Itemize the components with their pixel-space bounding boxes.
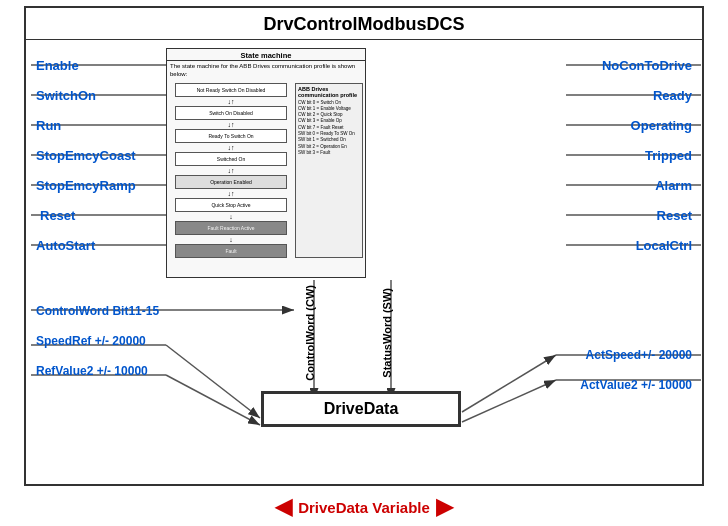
left-label-refvalue2: RefValue2 +/- 10000 bbox=[36, 356, 159, 386]
bottom-variable-label: DriveData Variable bbox=[298, 499, 430, 516]
state-machine-title: State machine bbox=[167, 49, 365, 61]
title-bar: DrvControlModbusDCS bbox=[26, 8, 702, 40]
right-label-operating: Operating bbox=[602, 110, 692, 140]
right-label-reset: Reset bbox=[602, 200, 692, 230]
right-label-ready: Ready bbox=[602, 80, 692, 110]
svg-line-18 bbox=[166, 375, 260, 425]
controlword-label: ControlWord (CW) bbox=[304, 285, 316, 381]
svg-line-19 bbox=[462, 355, 556, 412]
title: DrvControlModbusDCS bbox=[264, 14, 465, 34]
right-label-nocontodrive: NoConToDrive bbox=[602, 50, 692, 80]
left-label-switchon: SwitchOn bbox=[36, 80, 136, 110]
drivedata-box: DriveData bbox=[261, 391, 461, 427]
left-label-stopemcyramp: StopEmcyRamp bbox=[36, 170, 136, 200]
right-label-localctrl: LocalCtrl bbox=[602, 230, 692, 260]
sm-right-title: ABB Drives communication profile bbox=[298, 86, 360, 98]
left-label-run: Run bbox=[36, 110, 136, 140]
left-label-autostart: AutoStart bbox=[36, 230, 136, 260]
right-label-tripped: Tripped bbox=[602, 140, 692, 170]
right-label-actspeed: ActSpeed+/- 20000 bbox=[580, 340, 692, 370]
left-label-stopemcycoast: StopEmcyCoast bbox=[36, 140, 136, 170]
statusword-label: StatusWord (SW) bbox=[381, 288, 393, 378]
bottom-variable-container: ◀ DriveData Variable ▶ bbox=[275, 494, 453, 520]
right-arrow-icon: ▶ bbox=[436, 494, 453, 520]
state-machine-subtitle: The state machine for the ABB Drives com… bbox=[167, 61, 365, 81]
left-arrow-icon: ◀ bbox=[275, 494, 292, 520]
right-label-actvalue2: ActValue2 +/- 10000 bbox=[580, 370, 692, 400]
content-area: Enable SwitchOn Run StopEmcyCoast StopEm… bbox=[26, 40, 702, 482]
main-container: DrvControlModbusDCS bbox=[24, 6, 704, 486]
drivedata-label: DriveData bbox=[324, 400, 399, 418]
left-label-speedref: SpeedRef +/- 20000 bbox=[36, 326, 159, 356]
svg-line-17 bbox=[166, 345, 260, 418]
left-label-enable: Enable bbox=[36, 50, 136, 80]
svg-line-20 bbox=[462, 380, 556, 422]
right-label-alarm: Alarm bbox=[602, 170, 692, 200]
state-machine-diagram: State machine The state machine for the … bbox=[166, 48, 366, 278]
left-label-reset: Reset bbox=[36, 200, 136, 230]
left-label-controlword-bit: ControlWord Bit11-15 bbox=[36, 296, 159, 326]
